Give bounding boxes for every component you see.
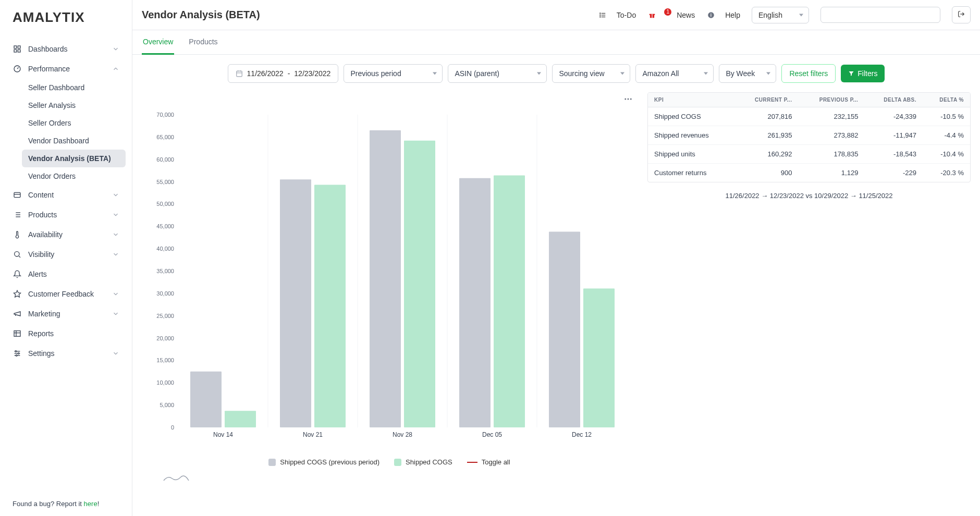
nav-item-products[interactable]: Products: [6, 205, 126, 225]
svg-text:40,000: 40,000: [156, 245, 174, 252]
svg-text:10,000: 10,000: [156, 379, 174, 386]
chevron-down-icon: [112, 290, 119, 298]
bell-icon: [13, 269, 22, 279]
gift-icon: [647, 10, 657, 20]
view-select[interactable]: Sourcing view: [552, 64, 630, 83]
nav-sub-vendor-orders[interactable]: Vendor Orders: [22, 167, 126, 185]
svg-rect-37: [236, 71, 242, 77]
tab-overview[interactable]: Overview: [142, 30, 174, 55]
nav-item-alerts[interactable]: Alerts: [6, 264, 126, 284]
tabs: Overview Products: [132, 30, 980, 55]
news-link[interactable]: 1 News: [647, 10, 695, 20]
svg-text:Dec 05: Dec 05: [482, 431, 502, 438]
svg-text:50,000: 50,000: [156, 201, 174, 207]
svg-text:25,000: 25,000: [156, 313, 174, 319]
nav-sub-seller-dashboard[interactable]: Seller Dashboard: [22, 79, 126, 96]
kpi-row[interactable]: Shipped units160,292178,835-18,543-10.4 …: [648, 145, 970, 164]
nav-item-settings[interactable]: Settings: [6, 343, 126, 363]
nav-sub-vendor-dashboard[interactable]: Vendor Dashboard: [22, 132, 126, 150]
svg-point-24: [16, 355, 17, 357]
svg-rect-5: [14, 192, 20, 197]
legend-item[interactable]: Shipped COGS: [394, 458, 452, 466]
legend-toggle-all[interactable]: Toggle all: [467, 458, 510, 466]
svg-rect-16: [14, 331, 20, 337]
nav-sub-seller-analysis[interactable]: Seller Analysis: [22, 96, 126, 114]
bug-prefix: Found a bug? Report it: [13, 500, 84, 508]
legend-item[interactable]: Shipped COGS (previous period): [268, 458, 379, 466]
help-link[interactable]: i Help: [706, 10, 740, 20]
nav-item-dashboards[interactable]: Dashboards: [6, 39, 126, 59]
bug-report: Found a bug? Report it here!: [0, 492, 132, 516]
gauge-icon: [13, 64, 22, 73]
svg-rect-63: [190, 372, 222, 427]
chart-scrubber-icon[interactable]: [163, 473, 637, 484]
svg-point-22: [15, 351, 17, 352]
svg-text:70,000: 70,000: [156, 112, 174, 118]
bug-link[interactable]: here: [84, 500, 97, 508]
svg-text:Nov 28: Nov 28: [393, 431, 412, 438]
svg-text:Dec 12: Dec 12: [572, 431, 592, 438]
svg-text:20,000: 20,000: [156, 335, 174, 341]
nav-item-content[interactable]: Content: [6, 185, 126, 205]
svg-rect-69: [370, 130, 401, 427]
thermometer-icon: [13, 230, 22, 239]
marketplace-select[interactable]: Amazon All: [635, 64, 714, 83]
reset-filters-button[interactable]: Reset filters: [781, 64, 836, 83]
nav-item-marketing[interactable]: Marketing: [6, 304, 126, 324]
compare-select[interactable]: Previous period: [344, 64, 443, 83]
svg-rect-72: [459, 178, 491, 427]
language-select[interactable]: English: [752, 7, 809, 23]
nav-item-customer-feedback[interactable]: Customer Feedback: [6, 284, 126, 304]
sidebar: AMALYTIX DashboardsPerformanceSeller Das…: [0, 0, 132, 516]
tab-products[interactable]: Products: [188, 30, 218, 55]
kpi-row[interactable]: Shipped COGS207,816232,155-24,339-10.5 %: [648, 107, 970, 126]
kpi-col-0: KPI: [648, 93, 734, 107]
chart-more-icon[interactable]: [621, 92, 635, 107]
nav-item-reports[interactable]: Reports: [6, 324, 126, 343]
legend-swatch: [268, 459, 276, 466]
kpi-row[interactable]: Shipped revenues261,935273,882-11,947-4.…: [648, 126, 970, 145]
nav-sub-seller-orders[interactable]: Seller Orders: [22, 114, 126, 132]
star-icon: [13, 289, 22, 299]
chevron-down-icon: [112, 231, 119, 238]
svg-text:15,000: 15,000: [156, 357, 174, 363]
search-icon: [13, 250, 22, 259]
chart-panel: 05,00010,00015,00020,00025,00030,00035,0…: [142, 92, 637, 484]
svg-rect-3: [18, 50, 20, 52]
chevron-down-icon: [112, 191, 119, 199]
table-icon: [13, 329, 22, 338]
date-range-picker[interactable]: 11/26/2022 - 12/23/2022: [228, 64, 339, 83]
kpi-col-2: PREVIOUS P...: [798, 93, 864, 107]
svg-rect-64: [225, 411, 256, 427]
top-search-input[interactable]: [820, 7, 940, 23]
topbar: Vendor Analysis (BETA) To-Do 1 News i He…: [132, 0, 980, 30]
svg-point-42: [628, 99, 629, 100]
nav-item-availability[interactable]: Availability: [6, 225, 126, 244]
todo-link[interactable]: To-Do: [598, 10, 636, 20]
nav-sub-vendor-analysis-beta-[interactable]: Vendor Analysis (BETA): [22, 150, 126, 167]
granularity-select[interactable]: By Week: [719, 64, 776, 83]
date-range-note: 11/26/2022 → 12/23/2022 vs 10/29/2022 → …: [647, 192, 971, 200]
chevron-down-icon: [112, 45, 119, 53]
logo: AMALYTIX: [0, 0, 132, 35]
toggle-line-icon: [467, 462, 477, 463]
svg-rect-0: [14, 46, 17, 48]
svg-point-41: [624, 99, 626, 100]
chevron-down-icon: [112, 211, 119, 218]
nav-item-visibility[interactable]: Visibility: [6, 244, 126, 264]
nav-item-performance[interactable]: Performance: [6, 59, 126, 79]
asin-select[interactable]: ASIN (parent): [448, 64, 547, 83]
logout-button[interactable]: [952, 6, 971, 23]
kpi-row[interactable]: Customer returns9001,129-229-20.3 %: [648, 164, 970, 182]
svg-text:i: i: [710, 13, 712, 17]
legend-swatch: [394, 459, 401, 466]
svg-point-43: [630, 99, 632, 100]
sliders-icon: [13, 349, 22, 358]
filters-button[interactable]: Filters: [841, 65, 885, 82]
kpi-col-4: DELTA %: [923, 93, 970, 107]
calendar-icon: [236, 70, 243, 77]
svg-point-29: [600, 15, 601, 15]
svg-text:5,000: 5,000: [160, 402, 174, 408]
svg-rect-75: [549, 232, 580, 427]
news-badge: 1: [664, 8, 671, 16]
